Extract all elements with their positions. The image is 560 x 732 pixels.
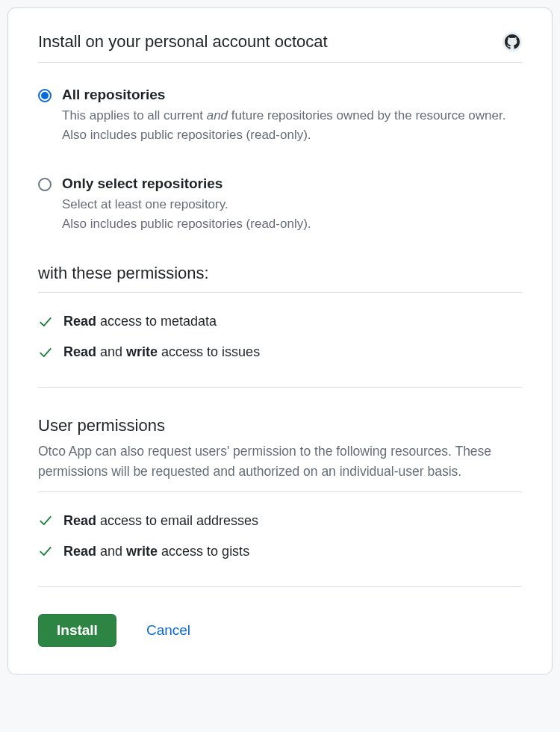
option-select-desc: Select at least one repository. Also inc… [62,195,522,235]
check-icon [38,314,53,329]
permission-text: Read access to email addresses [63,513,258,529]
cancel-button[interactable]: Cancel [146,622,190,639]
footer-divider [38,586,522,587]
card-header: Install on your personal account octocat [38,32,522,63]
footer-actions: Install Cancel [38,614,522,647]
install-button[interactable]: Install [38,614,116,647]
permission-item: Read access to email addresses [38,513,522,529]
card-title: Install on your personal account octocat [38,32,328,52]
user-permissions-list: Read access to email addressesRead and w… [38,492,522,580]
option-all-title: All repositories [62,87,522,103]
permissions-list: Read access to metadataRead and write ac… [38,293,522,381]
option-select-repos[interactable]: Only select repositories Select at least… [38,176,522,235]
check-icon [38,513,53,528]
option-all-desc: This applies to all current and future r… [62,106,522,146]
radio-all-repos[interactable] [38,89,52,102]
divider [38,387,522,388]
radio-select-repos[interactable] [38,178,52,191]
permission-item: Read and write access to gists [38,544,522,559]
permission-text: Read access to metadata [63,314,217,329]
octocat-icon [505,34,520,49]
check-icon [38,544,53,559]
permissions-heading: with these permissions: [38,264,522,293]
permission-item: Read and write access to issues [38,344,522,360]
user-permissions-heading: User permissions [38,416,522,435]
option-all-repos[interactable]: All repositories This applies to all cur… [38,87,522,146]
permission-item: Read access to metadata [38,314,522,329]
permission-text: Read and write access to issues [63,344,260,360]
avatar[interactable] [503,32,522,52]
permission-text: Read and write access to gists [63,544,249,559]
option-select-title: Only select repositories [62,176,522,192]
install-card: Install on your personal account octocat… [7,7,553,674]
check-icon [38,345,53,360]
user-permissions-desc: Otco App can also request users' permiss… [38,441,522,492]
